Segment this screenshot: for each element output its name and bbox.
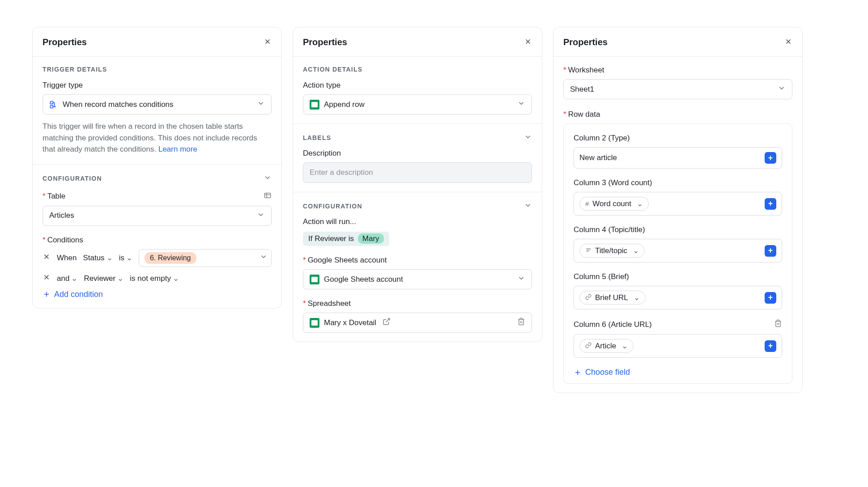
description-label: Description: [303, 149, 532, 158]
worksheet-value: Sheet1: [570, 85, 773, 94]
section-heading: ACTION DETAILS: [303, 66, 532, 73]
action-type-value: Append row: [324, 100, 513, 109]
close-icon[interactable]: [264, 38, 272, 47]
add-token-button[interactable]: +: [765, 245, 776, 257]
open-external-icon[interactable]: [383, 318, 391, 328]
chevron-down-icon: [517, 99, 525, 110]
spreadsheet-label: *Spreadsheet: [303, 299, 532, 308]
add-token-button[interactable]: +: [765, 152, 776, 164]
section-collapse-icon[interactable]: [264, 174, 272, 183]
condition-operator-select[interactable]: is⌄: [119, 253, 132, 263]
account-value: Google Sheets account: [324, 275, 513, 284]
row-data-box: Column 2 (Type) New article + Column 3 (…: [563, 123, 792, 384]
chevron-down-icon: ⌄: [637, 199, 643, 208]
spreadsheet-select[interactable]: Mary x Dovetail: [303, 313, 532, 333]
action-type-select[interactable]: Append row: [303, 94, 532, 114]
panel-title: Properties: [563, 37, 608, 47]
row-data-properties-panel: Properties *Worksheet Sheet1 *Row data C…: [553, 27, 803, 393]
column-value-input[interactable]: New article +: [574, 147, 782, 169]
chevron-down-icon: [260, 253, 268, 263]
link-icon: [585, 294, 591, 301]
chevron-down-icon: [257, 211, 265, 221]
account-select[interactable]: Google Sheets account: [303, 269, 532, 289]
choose-field-button[interactable]: Choose field: [574, 368, 782, 377]
column-field: Column 4 (Topic/title) Title/topic ⌄ +: [574, 225, 782, 263]
chevron-down-icon: [517, 274, 525, 284]
chevron-down-icon: [778, 84, 786, 94]
close-icon[interactable]: [784, 38, 792, 47]
svg-rect-0: [51, 101, 53, 104]
field-token[interactable]: Article ⌄: [579, 339, 634, 353]
field-token[interactable]: # Word count ⌄: [579, 197, 649, 211]
trigger-properties-panel: Properties TRIGGER DETAILS Trigger type …: [32, 27, 282, 309]
status-tag: 6. Reviewing: [145, 252, 196, 264]
condition-operator-select[interactable]: is not empty⌄: [130, 274, 179, 283]
remove-condition-icon[interactable]: [43, 273, 51, 284]
column-value-input[interactable]: Article ⌄ +: [574, 334, 782, 358]
column-label: Column 2 (Type): [574, 134, 630, 143]
condition-row: and⌄ Reviewer⌄ is not empty⌄: [43, 273, 272, 284]
chevron-down-icon: ⌄: [621, 341, 628, 351]
trigger-type-label: Trigger type: [43, 81, 272, 90]
configuration-section: CONFIGURATION Action will run... If Revi…: [293, 192, 542, 342]
section-heading: CONFIGURATION: [43, 175, 102, 182]
trigger-type-value: When record matches conditions: [63, 100, 252, 109]
column-value-input[interactable]: Title/topic ⌄ +: [574, 239, 782, 263]
section-heading: LABELS: [303, 134, 331, 141]
action-type-label: Action type: [303, 81, 532, 90]
worksheet-section: *Worksheet Sheet1 *Row data Column 2 (Ty…: [553, 57, 802, 393]
section-heading: CONFIGURATION: [303, 203, 362, 210]
svg-rect-2: [264, 193, 271, 198]
column-value-input[interactable]: # Word count ⌄ +: [574, 192, 782, 216]
chevron-down-icon: ⌄: [633, 246, 639, 255]
condition-conjunction-select[interactable]: and⌄: [57, 274, 77, 283]
configuration-section: CONFIGURATION *Table Articles *Condition…: [33, 165, 281, 308]
trigger-type-select[interactable]: When record matches conditions: [43, 94, 272, 114]
panel-header: Properties: [293, 27, 542, 57]
condition-field-select[interactable]: Status⌄: [83, 253, 112, 263]
worksheet-label: *Worksheet: [563, 66, 792, 75]
table-select[interactable]: Articles: [43, 206, 272, 226]
section-collapse-icon[interactable]: [524, 201, 532, 211]
run-condition-badge[interactable]: If Reviewer is Mary: [303, 232, 389, 246]
google-sheets-icon: [310, 100, 319, 110]
section-heading: TRIGGER DETAILS: [43, 66, 272, 73]
column-label: Column 3 (Word count): [574, 178, 652, 187]
add-condition-button[interactable]: Add condition: [43, 290, 272, 299]
column-value-input[interactable]: Brief URL ⌄ +: [574, 286, 782, 309]
svg-rect-1: [51, 105, 53, 108]
description-input[interactable]: [303, 162, 532, 183]
condition-value-select[interactable]: 6. Reviewing: [139, 249, 272, 267]
trash-icon[interactable]: [774, 319, 782, 330]
worksheet-select[interactable]: Sheet1: [563, 79, 792, 99]
add-token-button[interactable]: +: [765, 198, 776, 210]
add-token-button[interactable]: +: [765, 292, 776, 304]
add-token-button[interactable]: +: [765, 340, 776, 352]
labels-section: LABELS Description: [293, 124, 542, 192]
remove-condition-icon[interactable]: [43, 253, 51, 263]
table-label: *Table: [43, 192, 65, 201]
column-field: Column 3 (Word count) # Word count ⌄ +: [574, 178, 782, 216]
conditions-label: *Conditions: [43, 236, 272, 245]
chevron-down-icon: [257, 99, 265, 110]
reviewer-name-tag: Mary: [358, 233, 384, 244]
google-sheets-icon: [310, 318, 319, 328]
learn-more-link[interactable]: Learn more: [158, 145, 197, 153]
google-sheets-icon: [310, 275, 319, 284]
panel-header: Properties: [553, 27, 802, 57]
field-token[interactable]: Title/topic ⌄: [579, 244, 645, 258]
number-icon: #: [585, 200, 589, 208]
column-label: Column 4 (Topic/title): [574, 225, 645, 234]
panel-title: Properties: [303, 37, 347, 47]
panel-header: Properties: [33, 27, 281, 57]
column-field: Column 5 (Brief) Brief URL ⌄ +: [574, 272, 782, 309]
trash-icon[interactable]: [517, 318, 525, 328]
close-icon[interactable]: [524, 38, 532, 47]
spreadsheet-value: Mary x Dovetail: [324, 318, 376, 327]
column-label: Column 5 (Brief): [574, 272, 629, 281]
section-collapse-icon[interactable]: [524, 133, 532, 143]
expand-icon[interactable]: [264, 191, 272, 201]
condition-field-select[interactable]: Reviewer⌄: [84, 274, 123, 283]
field-token[interactable]: Brief URL ⌄: [579, 291, 646, 305]
column-field: Column 6 (Article URL) Article ⌄: [574, 319, 782, 358]
